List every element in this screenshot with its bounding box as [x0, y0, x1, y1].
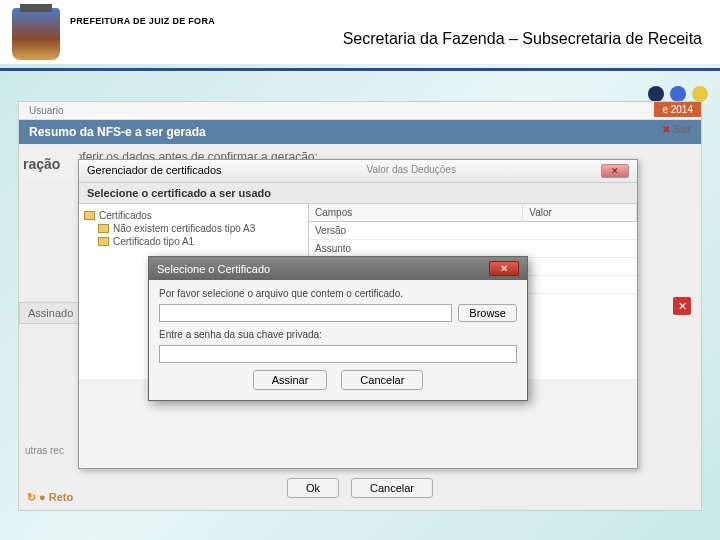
return-fragment[interactable]: ↻ ● Reto	[27, 491, 73, 504]
nfse-panel-title: Resumo da NFS-e a ser gerada	[19, 120, 701, 144]
outras-fragment: utras rec	[19, 442, 70, 459]
col-valor: Valor	[523, 204, 637, 221]
ok-button[interactable]: Ok	[287, 478, 339, 498]
table-row[interactable]: Versão	[309, 222, 637, 240]
logout-label: Sair	[673, 124, 691, 135]
return-icon: ↻	[27, 491, 36, 503]
col-campos: Campos	[309, 204, 523, 221]
slide-header: PREFEITURA DE JUIZ DE FORA Secretaria da…	[0, 0, 720, 64]
select-cert-body: Por favor selecione o arquivo que contem…	[149, 280, 527, 400]
logout-icon: ✖	[662, 124, 670, 135]
dot-icon	[648, 86, 664, 102]
tree-root-label: Certificados	[99, 210, 152, 221]
cert-manager-tab2: Valor das Deduções	[367, 164, 456, 178]
logout-link[interactable]: ✖ Sair	[662, 124, 691, 135]
sign-button[interactable]: Assinar	[253, 370, 328, 390]
tree-a1-label: Certificado tipo A1	[113, 236, 194, 247]
cell-campo: Assunto	[309, 240, 637, 257]
cancel-button[interactable]: Cancelar	[341, 370, 423, 390]
dot-icon	[670, 86, 686, 102]
file-row: Browse	[159, 304, 517, 322]
assinador-label: Assinado	[19, 302, 82, 324]
cert-instruction: Selecione o certificado a ser usado	[79, 183, 637, 204]
password-row	[159, 345, 517, 363]
select-cert-titlebar: Selecione o Certificado ✕	[149, 257, 527, 280]
select-cert-dialog: Selecione o Certificado ✕ Por favor sele…	[148, 256, 528, 401]
tree-a3-label: Não existem certificados tipo A3	[113, 223, 255, 234]
password-prompt: Entre a senha da sua chave privada:	[159, 329, 517, 340]
secretaria-title: Secretaria da Fazenda – Subsecretaria de…	[70, 30, 708, 48]
close-icon[interactable]: ✕	[673, 297, 691, 315]
cert-file-input[interactable]	[159, 304, 452, 322]
cert-manager-title: Gerenciador de certificados	[87, 164, 222, 178]
prefeitura-label: PREFEITURA DE JUIZ DE FORA	[70, 16, 708, 26]
folder-icon	[84, 211, 95, 220]
folder-icon	[98, 237, 109, 246]
tree-root[interactable]: Certificados	[84, 209, 303, 222]
select-cert-title: Selecione o Certificado	[157, 263, 270, 275]
dot-icon	[692, 86, 708, 102]
file-prompt: Por favor selecione o arquivo que contem…	[159, 288, 517, 299]
close-icon[interactable]: ✕	[489, 261, 519, 276]
cert-table-header: Campos Valor	[309, 204, 637, 222]
header-text-block: PREFEITURA DE JUIZ DE FORA Secretaria da…	[70, 8, 708, 48]
select-cert-buttons: Assinar Cancelar	[159, 370, 517, 390]
embedded-screenshot: e 2014 Usuario ✖ Sair Resumo da NFS-e a …	[18, 101, 702, 511]
nfse-footer-buttons: Ok Cancelar	[287, 478, 433, 498]
city-crest-icon	[12, 8, 60, 60]
browse-button[interactable]: Browse	[458, 304, 517, 322]
left-fragment: ração	[19, 150, 79, 178]
decor-dots	[648, 86, 708, 102]
year-badge: e 2014	[654, 102, 701, 117]
tree-node-a1[interactable]: Certificado tipo A1	[84, 235, 303, 248]
usuario-row: Usuario	[19, 102, 701, 120]
section-fragment: ração	[23, 156, 75, 172]
return-label: ● Reto	[39, 491, 73, 503]
header-divider	[0, 68, 720, 71]
password-input[interactable]	[159, 345, 517, 363]
tree-node-a3[interactable]: Não existem certificados tipo A3	[84, 222, 303, 235]
close-icon[interactable]: ✕	[601, 164, 629, 178]
cancel-button[interactable]: Cancelar	[351, 478, 433, 498]
folder-icon	[98, 224, 109, 233]
cell-campo: Versão	[309, 222, 637, 239]
cert-manager-titlebar: Gerenciador de certificados Valor das De…	[79, 160, 637, 183]
